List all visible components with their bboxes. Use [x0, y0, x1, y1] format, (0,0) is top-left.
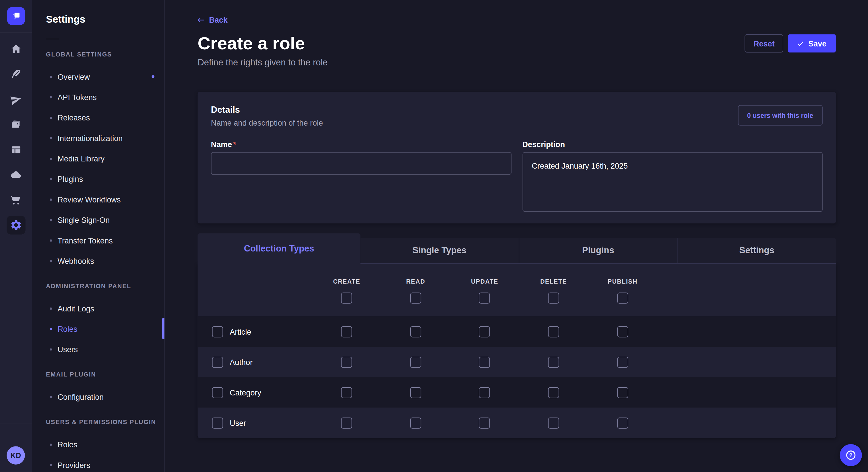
subnav-item-api-tokens[interactable]: API Tokens: [32, 87, 164, 107]
checkbox-article-create[interactable]: [341, 326, 352, 337]
svg-text:?: ?: [849, 452, 852, 458]
checkbox-article-publish[interactable]: [617, 326, 628, 337]
save-button[interactable]: Save: [788, 34, 836, 53]
divider: [0, 32, 32, 33]
table-row-author: Author: [197, 347, 836, 377]
tab-settings[interactable]: Settings: [677, 238, 836, 264]
subnav-item-review-workflows[interactable]: Review Workflows: [32, 189, 164, 210]
checkbox-author-delete[interactable]: [548, 357, 559, 368]
nav-item-feather[interactable]: [0, 62, 32, 87]
select-all-delete-checkbox[interactable]: [548, 293, 559, 304]
nav-item-paper-plane[interactable]: [0, 87, 32, 112]
subnav-title: Settings: [46, 13, 164, 25]
checkbox-author-create[interactable]: [341, 357, 352, 368]
nav-item-layout[interactable]: [0, 137, 32, 162]
checkbox-category-publish[interactable]: [617, 387, 628, 398]
help-button[interactable]: ?: [840, 444, 862, 466]
checkbox-article-delete[interactable]: [548, 326, 559, 337]
strapi-logo[interactable]: [7, 7, 25, 25]
subnav-item-releases[interactable]: Releases: [32, 107, 164, 128]
checkbox-author-update[interactable]: [479, 357, 490, 368]
column-header-update: UPDATE: [471, 278, 498, 285]
checkbox-user-publish[interactable]: [617, 417, 628, 429]
checkbox-user-read[interactable]: [410, 417, 422, 429]
divider: [46, 39, 59, 39]
main-content: ← Back Create a role Define the rights g…: [165, 0, 868, 472]
select-all-create-checkbox[interactable]: [341, 293, 352, 304]
subnav-item-webhooks[interactable]: Webhooks: [32, 250, 164, 271]
description-label: Description: [522, 140, 823, 149]
subnav-item-single-sign-on[interactable]: Single Sign-On: [32, 210, 164, 230]
back-link[interactable]: ← Back: [197, 15, 227, 25]
details-subtitle: Name and description of the role: [211, 119, 323, 127]
section-label: GLOBAL SETTINGS: [46, 51, 164, 57]
subnav-item-label: Configuration: [58, 392, 104, 401]
media-library-icon: [10, 119, 22, 131]
nav-item-cart[interactable]: [0, 188, 32, 213]
checkbox-user-create[interactable]: [341, 417, 352, 429]
checkbox-user-delete[interactable]: [548, 417, 559, 429]
select-all-update-checkbox[interactable]: [479, 293, 490, 304]
page-header: Create a role Define the rights given to…: [197, 33, 836, 68]
bullet-icon: [50, 219, 52, 221]
user-avatar[interactable]: KD: [7, 446, 25, 465]
tab-plugins[interactable]: Plugins: [518, 238, 677, 264]
nav-item-gear[interactable]: [0, 213, 32, 238]
section-label: ADMINISTRATION PANEL: [46, 283, 164, 289]
home-icon: [10, 43, 22, 55]
nav-item-home[interactable]: [0, 36, 32, 62]
nav-item-cloud[interactable]: [0, 162, 32, 188]
bullet-icon: [50, 116, 52, 119]
checkbox-category-create[interactable]: [341, 387, 352, 398]
page-subtitle: Define the rights given to the role: [197, 58, 328, 68]
checkbox-category-delete[interactable]: [548, 387, 559, 398]
subnav-item-media-library[interactable]: Media Library: [32, 148, 164, 169]
subnav-item-label: Roles: [58, 324, 78, 333]
select-row-article-checkbox[interactable]: [212, 326, 223, 337]
column-header-publish: PUBLISH: [608, 278, 638, 285]
page-title: Create a role: [197, 33, 328, 54]
subnav-item-roles[interactable]: Roles: [32, 318, 164, 339]
subnav-item-plugins[interactable]: Plugins: [32, 169, 164, 189]
checkbox-article-read[interactable]: [410, 326, 422, 337]
subnav-item-label: Providers: [58, 461, 90, 469]
select-row-user-checkbox[interactable]: [212, 417, 223, 429]
subnav-item-label: Releases: [58, 113, 90, 122]
subnav-item-overview[interactable]: Overview: [32, 66, 164, 87]
subnav-item-configuration[interactable]: Configuration: [32, 386, 164, 407]
reset-button[interactable]: Reset: [745, 34, 783, 53]
bullet-icon: [50, 464, 52, 466]
checkbox-article-update[interactable]: [479, 326, 490, 337]
select-row-author-checkbox[interactable]: [212, 357, 223, 368]
bullet-icon: [50, 198, 52, 200]
tab-label: Plugins: [582, 245, 614, 256]
checkbox-category-update[interactable]: [479, 387, 490, 398]
permissions-section: Collection TypesSingle TypesPluginsSetti…: [197, 233, 836, 438]
subnav-item-providers[interactable]: Providers: [32, 454, 164, 472]
tab-single-types[interactable]: Single Types: [360, 238, 518, 264]
subnav-item-audit-logs[interactable]: Audit Logs: [32, 298, 164, 318]
checkbox-user-update[interactable]: [479, 417, 490, 429]
description-field[interactable]: Created January 16th, 2025: [522, 152, 823, 212]
subnav-item-transfer-tokens[interactable]: Transfer Tokens: [32, 230, 164, 250]
tab-label: Collection Types: [244, 244, 314, 254]
select-row-category-checkbox[interactable]: [212, 387, 223, 398]
row-label: Author: [229, 358, 253, 367]
subnav-item-internationalization[interactable]: Internationalization: [32, 128, 164, 148]
subnav-item-users[interactable]: Users: [32, 339, 164, 359]
checkbox-category-read[interactable]: [410, 387, 422, 398]
checkbox-author-publish[interactable]: [617, 357, 628, 368]
users-with-role-button[interactable]: 0 users with this role: [738, 105, 823, 125]
bullet-icon: [50, 158, 52, 160]
subnav-item-label: Webhooks: [58, 256, 94, 265]
subnav-item-label: Plugins: [58, 174, 83, 183]
subnav-item-roles[interactable]: Roles: [32, 434, 164, 454]
name-field[interactable]: [211, 152, 511, 175]
select-all-read-checkbox[interactable]: [410, 293, 422, 304]
checkbox-author-read[interactable]: [410, 357, 422, 368]
column-header-delete: DELETE: [540, 278, 567, 285]
tab-collection-types[interactable]: Collection Types: [197, 233, 360, 264]
select-all-publish-checkbox[interactable]: [617, 293, 628, 304]
subnav-item-label: Transfer Tokens: [58, 236, 113, 245]
nav-item-media-library[interactable]: [0, 112, 32, 137]
